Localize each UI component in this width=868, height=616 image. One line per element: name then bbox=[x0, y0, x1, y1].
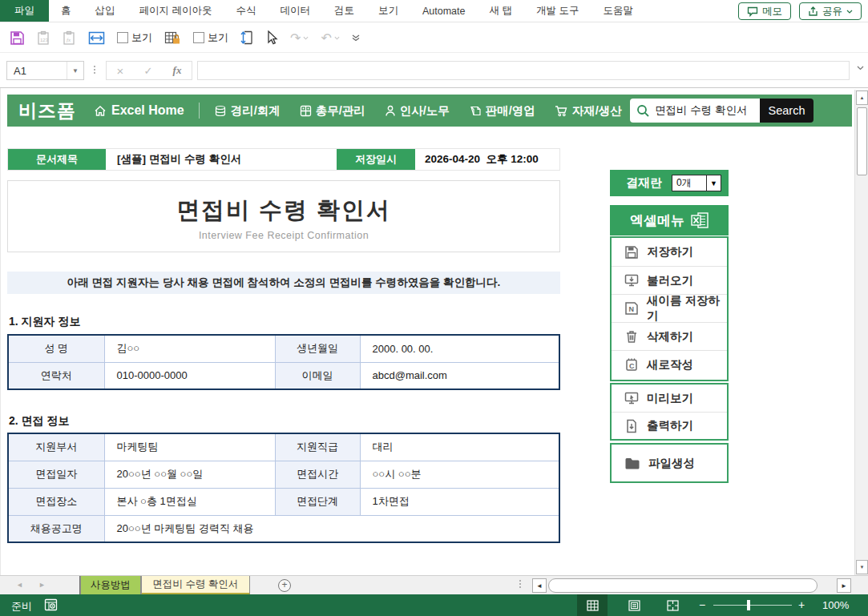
doc-title-label: 문서제목 bbox=[8, 149, 106, 170]
print-menu-button[interactable]: 출력하기 bbox=[612, 412, 727, 439]
tab-view[interactable]: 보기 bbox=[366, 0, 410, 22]
search-input[interactable] bbox=[655, 105, 749, 117]
preview-menu-button[interactable]: 미리보기 bbox=[612, 384, 727, 412]
document-meta-row: 문서제목 [샘플] 면접비 수령 확인서 저장일시 2026-04-20 오후 … bbox=[7, 148, 560, 171]
formula-buttons: × ✓ fx bbox=[106, 61, 192, 80]
table-row: 채용공고명 20○○년 마케팅팀 경력직 채용 bbox=[8, 515, 559, 542]
scrollbar-resize-handle[interactable] bbox=[519, 580, 521, 588]
zoom-out-icon[interactable]: − bbox=[699, 598, 705, 611]
paste-formulas-icon[interactable]: fx bbox=[63, 30, 76, 46]
vertical-scrollbar[interactable]: ▲ ▼ bbox=[854, 90, 868, 575]
share-button[interactable]: 공유 bbox=[799, 2, 862, 20]
tab-insert[interactable]: 삽입 bbox=[83, 0, 127, 22]
table-row: 연락처 010-0000-0000 이메일 abcd@mail.com bbox=[8, 362, 559, 389]
grid-icon bbox=[300, 105, 312, 117]
table-row: 면접일자 20○○년 ○○월 ○○일 면접시간 ○○시 ○○분 bbox=[8, 461, 559, 488]
new-document-menu-button[interactable]: C 새로작성 bbox=[612, 350, 727, 378]
row-height-icon[interactable] bbox=[240, 30, 254, 46]
tab-new-tab[interactable]: 새 탭 bbox=[478, 0, 524, 22]
svg-text:C: C bbox=[629, 362, 635, 370]
zoom-slider-track[interactable] bbox=[713, 605, 792, 606]
cursor-icon[interactable] bbox=[266, 30, 278, 46]
cancel-entry-icon[interactable]: × bbox=[117, 64, 124, 78]
tab-developer[interactable]: 개발 도구 bbox=[524, 0, 591, 22]
tab-formulas[interactable]: 수식 bbox=[224, 0, 268, 22]
approval-count-dropdown[interactable]: 0개 ▼ bbox=[672, 175, 721, 191]
tab-page-layout[interactable]: 페이지 레이아웃 bbox=[127, 0, 224, 22]
name-box[interactable]: A1 ▼ bbox=[6, 61, 84, 80]
load-menu-button[interactable]: 불러오기 bbox=[612, 266, 727, 294]
sheet-tab-usage[interactable]: 사용방법 bbox=[80, 576, 141, 595]
sheet-nav-right-icon[interactable]: ► bbox=[38, 581, 46, 589]
page-break-view-icon[interactable] bbox=[657, 594, 688, 616]
tab-help[interactable]: 도움말 bbox=[591, 0, 645, 22]
macro-record-icon[interactable] bbox=[44, 598, 58, 611]
tab-data[interactable]: 데이터 bbox=[268, 0, 322, 22]
view-checkbox-2[interactable] bbox=[193, 32, 204, 43]
svg-text:N: N bbox=[629, 305, 635, 313]
preview-icon bbox=[624, 391, 639, 405]
menu-sales[interactable]: 판매/영업 bbox=[469, 103, 535, 119]
horizontal-scrollbar-thumb[interactable] bbox=[548, 578, 818, 593]
header-divider bbox=[199, 103, 200, 119]
search-button[interactable]: Search bbox=[760, 99, 813, 123]
name-box-dropdown-icon[interactable]: ▼ bbox=[67, 62, 83, 79]
file-create-menu-button[interactable]: 파일생성 bbox=[612, 445, 727, 481]
zoom-in-icon[interactable]: + bbox=[798, 598, 805, 611]
toolbar-overflow-icon[interactable] bbox=[352, 34, 360, 41]
zoom-level[interactable]: 100% bbox=[822, 599, 849, 611]
menu-general-affairs[interactable]: 총무/관리 bbox=[300, 103, 365, 119]
scroll-left-icon[interactable]: ◄ bbox=[532, 578, 547, 593]
vertical-scrollbar-thumb[interactable] bbox=[857, 107, 867, 175]
excel-logo-icon bbox=[691, 212, 709, 228]
protect-sheet-icon[interactable] bbox=[164, 30, 181, 46]
tab-automate[interactable]: Automate bbox=[410, 0, 478, 22]
formula-input[interactable] bbox=[197, 61, 850, 80]
insert-function-icon[interactable]: fx bbox=[173, 64, 182, 77]
confirmation-statement: 아래 면접 지원자는 당사 채용 면접에 참석하여 소정의 면접비를 수령하였음… bbox=[7, 272, 560, 294]
sheet-tab-active[interactable]: 면접비 수령 확인서 bbox=[141, 576, 250, 595]
print-icon bbox=[624, 419, 639, 433]
page-layout-view-icon[interactable] bbox=[619, 594, 649, 616]
save-icon[interactable] bbox=[10, 30, 25, 46]
applicant-info-table: 성 명 김○○ 생년월일 2000. 00. 00. 연락처 010-0000-… bbox=[7, 334, 560, 390]
excel-menu-group-file: 저장하기 불러오기 N 새이름 저장하기 삭제하기 C 새로작성 bbox=[610, 236, 729, 381]
column-width-icon[interactable] bbox=[88, 30, 105, 46]
home-icon bbox=[94, 105, 107, 117]
save-as-icon: N bbox=[624, 301, 639, 316]
scroll-right-icon[interactable]: ► bbox=[837, 578, 851, 593]
share-icon bbox=[808, 6, 818, 17]
comment-icon bbox=[747, 6, 758, 17]
excel-menu-header: 엑셀메뉴 bbox=[610, 205, 729, 236]
delete-menu-button[interactable]: 삭제하기 bbox=[612, 322, 727, 350]
view-checkbox-1[interactable] bbox=[117, 32, 128, 43]
confirm-entry-icon[interactable]: ✓ bbox=[144, 65, 153, 77]
scroll-down-icon[interactable]: ▼ bbox=[856, 560, 868, 574]
redo-button[interactable]: ↷ bbox=[290, 30, 309, 46]
excel-window: 파일 홈 삽입 페이지 레이아웃 수식 데이터 검토 보기 Automate 새… bbox=[0, 0, 868, 616]
section2-heading: 2. 면접 정보 bbox=[9, 414, 69, 429]
tab-home[interactable]: 홈 bbox=[49, 0, 83, 22]
menu-materials[interactable]: 자재/생산 bbox=[555, 103, 622, 119]
paste-values-icon[interactable]: 123 bbox=[37, 30, 50, 46]
menu-accounting[interactable]: 경리/회계 bbox=[214, 103, 281, 119]
undo-button[interactable]: ↶ bbox=[321, 30, 339, 46]
document-title-box: 면접비 수령 확인서 Interview Fee Receipt Confirm… bbox=[7, 180, 560, 252]
save-menu-button[interactable]: 저장하기 bbox=[612, 238, 727, 266]
zoom-slider-handle[interactable] bbox=[747, 600, 750, 610]
menu-hr-labor[interactable]: 인사/노무 bbox=[385, 103, 450, 119]
bizforms-logo[interactable]: 비즈폼 bbox=[18, 99, 76, 123]
tab-file[interactable]: 파일 bbox=[0, 0, 49, 22]
scroll-up-icon[interactable]: ▲ bbox=[856, 91, 868, 105]
tab-review[interactable]: 검토 bbox=[322, 0, 366, 22]
dropdown-arrow-icon[interactable]: ▼ bbox=[706, 175, 721, 191]
add-sheet-icon[interactable]: + bbox=[278, 579, 291, 592]
sheet-nav-left-icon[interactable]: ◄ bbox=[16, 581, 23, 589]
formula-bar-handle[interactable] bbox=[94, 66, 95, 74]
delete-icon bbox=[624, 329, 639, 344]
save-as-menu-button[interactable]: N 새이름 저장하기 bbox=[612, 294, 727, 322]
formula-bar-expand-icon[interactable] bbox=[857, 66, 864, 70]
excel-home-link[interactable]: Excel Home bbox=[94, 103, 184, 118]
normal-view-icon[interactable] bbox=[577, 594, 608, 616]
comments-button[interactable]: 메모 bbox=[738, 2, 791, 20]
